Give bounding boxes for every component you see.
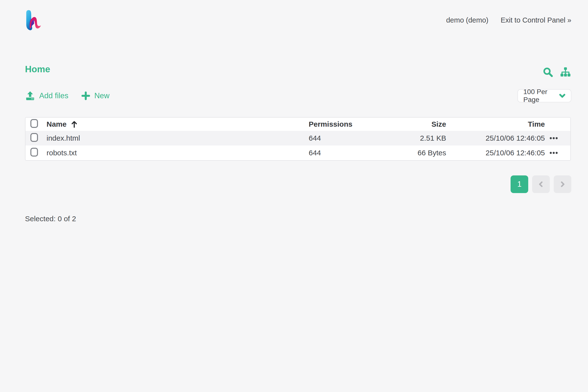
- file-permissions: 644: [309, 149, 380, 157]
- new-button[interactable]: New: [81, 91, 110, 100]
- chevron-left-icon: [537, 180, 545, 188]
- column-header-time[interactable]: Time: [446, 120, 545, 128]
- file-name[interactable]: robots.txt: [46, 149, 77, 157]
- toolbar: Add files New: [25, 91, 110, 101]
- row-checkbox[interactable]: [30, 133, 38, 142]
- row-menu-button[interactable]: [549, 135, 558, 141]
- per-page-select[interactable]: 100 Per Page: [518, 89, 571, 102]
- plus-icon: [81, 91, 90, 100]
- sitemap-icon[interactable]: [560, 67, 571, 78]
- hestia-logo[interactable]: [24, 10, 43, 31]
- table-row[interactable]: robots.txt 644 66 Bytes 25/10/06 12:46:0…: [26, 146, 570, 160]
- row-menu-button[interactable]: [549, 150, 558, 156]
- hestia-logo-icon: [24, 10, 43, 31]
- file-table: Name Permissions Size Time index.html 64…: [25, 117, 571, 161]
- column-header-name[interactable]: Name: [46, 120, 67, 128]
- per-page-value: 100 Per Page: [523, 88, 558, 104]
- title-actions: [542, 67, 571, 78]
- three-dots-icon: [549, 152, 558, 154]
- selected-status: Selected: 0 of 2: [25, 214, 76, 223]
- chevron-down-icon: [558, 92, 566, 100]
- exit-control-panel-link[interactable]: Exit to Control Panel »: [500, 16, 571, 24]
- select-all-checkbox[interactable]: [30, 119, 38, 128]
- new-label: New: [94, 92, 110, 100]
- row-checkbox[interactable]: [30, 148, 38, 156]
- upload-icon: [25, 91, 35, 101]
- page-button-current[interactable]: 1: [510, 176, 528, 193]
- add-files-label: Add files: [39, 92, 68, 100]
- top-bar: demo (demo) Exit to Control Panel »: [446, 16, 571, 24]
- chevron-right-icon: [558, 180, 567, 188]
- previous-page-button[interactable]: [532, 176, 550, 193]
- add-files-button[interactable]: Add files: [25, 91, 68, 101]
- table-row[interactable]: index.html 644 2.51 KB 25/10/06 12:46:05: [26, 131, 570, 146]
- three-dots-icon: [549, 137, 558, 140]
- next-page-button[interactable]: [554, 176, 571, 193]
- pagination: 1: [510, 176, 571, 193]
- file-size: 2.51 KB: [380, 134, 446, 142]
- table-header-row: Name Permissions Size Time: [26, 118, 570, 131]
- sort-up-icon: [70, 120, 78, 128]
- file-size: 66 Bytes: [380, 149, 446, 157]
- column-header-size[interactable]: Size: [380, 120, 446, 128]
- account-user-link[interactable]: demo (demo): [446, 16, 488, 24]
- search-icon[interactable]: [542, 67, 553, 78]
- column-header-permissions[interactable]: Permissions: [309, 120, 380, 128]
- page-title: Home: [25, 64, 50, 74]
- file-time: 25/10/06 12:46:05: [446, 134, 545, 142]
- file-time: 25/10/06 12:46:05: [446, 149, 545, 157]
- file-permissions: 644: [309, 134, 380, 142]
- file-name[interactable]: index.html: [46, 134, 80, 142]
